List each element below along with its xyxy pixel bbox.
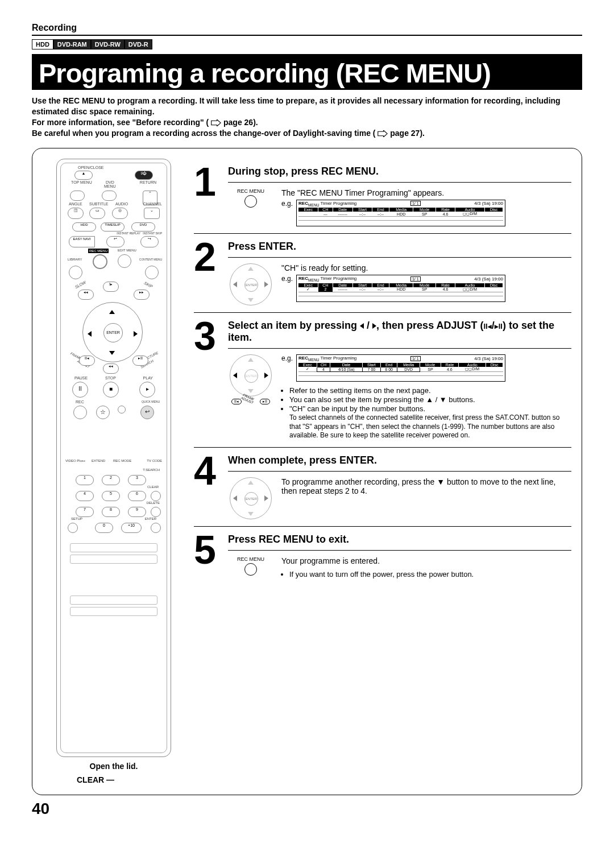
- step-number: 2: [194, 241, 220, 305]
- remote-setup-button: [68, 523, 78, 533]
- intro-line2b: page 26).: [223, 118, 258, 127]
- media-badges: HDD DVD-RAM DVD-RW DVD-R: [32, 39, 582, 49]
- remote-btn: [145, 266, 159, 279]
- remote-stop-button: ■: [103, 382, 119, 398]
- remote-panel: [70, 607, 157, 616]
- remote-hdd-button: HDD: [72, 222, 96, 232]
- remote-btn: ↪: [140, 236, 159, 247]
- step-number: 5: [194, 534, 220, 579]
- remote-label: DVDMENU: [104, 180, 116, 188]
- remote-label: QUICK MENU: [142, 400, 160, 403]
- badge-dvd-r: DVD-R: [125, 39, 152, 49]
- remote-num-7: 7: [76, 507, 94, 517]
- remote-btn: ▸▸: [134, 290, 150, 300]
- remote-clear-button: [151, 491, 161, 501]
- badge-hdd: HDD: [32, 39, 53, 49]
- remote-star-button: ☆: [96, 406, 110, 419]
- remote-btn: [118, 254, 131, 268]
- step-bullets: Refer to the setting items on the next p…: [281, 386, 571, 413]
- remote-btn: [69, 266, 82, 279]
- remote-open-close-button: ▲: [74, 171, 93, 180]
- remote-label: EXTEND: [92, 459, 105, 462]
- remote-plus10-button: +10: [121, 523, 142, 533]
- remote-num-3: 3: [128, 475, 146, 485]
- remote-easy-navi-button: EASY NAVI: [69, 236, 95, 247]
- rec-menu-button-icon: REC MENU: [228, 188, 273, 209]
- intro-line3b: page 27).: [390, 129, 425, 138]
- remote-rec-button: [73, 406, 87, 419]
- page-title-bar: Programing a recording (REC MENU): [32, 54, 582, 90]
- eg-label: e.g.: [281, 354, 293, 362]
- step-title: During stop, press REC MENU.: [228, 166, 571, 177]
- main-frame: OPEN/CLOSE ▲ I/⏻ TOP MENU DVDMENU RETURN…: [32, 148, 582, 795]
- step-4: 4 When complete, press ENTER. ENTER: [194, 448, 571, 527]
- remote-label: DELETE: [147, 501, 160, 505]
- step-5: 5 Press REC MENU to exit. REC MENU Your …: [194, 527, 571, 581]
- remote-label: REC MODE: [113, 459, 131, 462]
- clear-label: CLEAR —: [77, 775, 114, 784]
- remote-label: OPEN/CLOSE: [78, 166, 104, 170]
- page-title: Programing a recording (REC MENU): [39, 57, 575, 89]
- remote-dvd-button: DVD: [131, 222, 155, 232]
- step-number: 4: [194, 454, 220, 519]
- badge-dvd-ram: DVD-RAM: [53, 39, 91, 49]
- remote-nav-ring: ENTER: [82, 302, 143, 362]
- remote-label: INSTANT REPLAY: [117, 232, 140, 235]
- remote-btn: ⌄: [144, 208, 160, 219]
- remote-label: SKIP: [143, 280, 153, 288]
- remote-btn: ◎: [112, 208, 128, 219]
- page-ref-arrow-icon: [377, 130, 388, 137]
- step-title: Press ENTER.: [228, 241, 571, 253]
- eg-label: e.g.: [281, 200, 293, 208]
- remote-btn: ◂◂: [103, 363, 119, 374]
- triangle-down-icon: [109, 348, 115, 357]
- remote-num-2: 2: [102, 475, 120, 485]
- remote-panel: [70, 543, 157, 552]
- step-number: 1: [194, 166, 220, 227]
- remote-label: T.SEARCH: [143, 468, 160, 472]
- timer-programing-ui: RECMENU Timer Programing 1/ 1 4/3 (Sa) 1…: [296, 275, 505, 302]
- remote-illustration: OPEN/CLOSE ▲ I/⏻ TOP MENU DVDMENU RETURN…: [56, 159, 171, 757]
- remote-btn: I▸: [103, 282, 119, 292]
- step-title: Select an item by pressing / , then pres…: [228, 320, 571, 344]
- remote-label: SETUP: [71, 517, 82, 520]
- remote-btn: ◂◂: [78, 290, 94, 300]
- remote-num-1: 1: [76, 475, 94, 485]
- remote-rec-menu-button: [93, 254, 107, 269]
- remote-label: STOP: [105, 376, 116, 380]
- remote-label: TOP MENU: [71, 180, 92, 184]
- open-lid-label: Open the lid.: [90, 762, 138, 771]
- remote-btn: [102, 191, 117, 201]
- nav-pad-with-frame-icon: ENTER FRAMEADJUST II◂ ▸II: [228, 354, 273, 404]
- step-desc: "CH" is ready for setting.: [281, 263, 571, 272]
- bullet: Refer to the setting items on the next p…: [289, 386, 571, 395]
- step-title: Press REC MENU to exit.: [228, 534, 571, 545]
- remote-btn: ↩: [106, 236, 125, 247]
- remote-num-4: 4: [76, 491, 94, 501]
- remote-label: LIBRARY: [68, 258, 82, 261]
- remote-btn: [70, 191, 85, 201]
- remote-label: RETURN: [140, 180, 156, 184]
- remote-play-button: ▸: [139, 382, 155, 398]
- page-ref-arrow-icon: [211, 119, 221, 126]
- rec-menu-button-icon: REC MENU: [228, 556, 273, 577]
- step-number: 3: [194, 320, 220, 440]
- remote-label: CHANNEL: [143, 202, 162, 206]
- remote-power-button: I/⏻: [135, 171, 153, 180]
- page-number: 40: [32, 800, 582, 818]
- intro-line2a: For more information, see "Before record…: [32, 118, 209, 127]
- remote-label: CONTENT MENU: [139, 258, 162, 261]
- remote-enter-button: ENTER: [103, 323, 123, 342]
- remote-label: VIDEO Plus+: [65, 459, 86, 462]
- remote-column: OPEN/CLOSE ▲ I/⏻ TOP MENU DVDMENU RETURN…: [43, 159, 185, 784]
- timer-programing-ui: RECMENU Timer Programing 1/ 1 4/3 (Sa) 1…: [296, 354, 505, 382]
- remote-num-9: 9: [128, 507, 146, 517]
- icon-label: REC MENU: [228, 556, 273, 562]
- nav-pad-icon: ENTER: [228, 477, 273, 519]
- step-3: 3 Select an item by pressing / , then pr…: [194, 313, 571, 448]
- adjust-next-icon: ▸II: [495, 322, 503, 330]
- remote-delete-button: [151, 507, 161, 517]
- remote-rec-menu-label: REC MENU: [88, 249, 109, 253]
- eg-label: e.g.: [281, 275, 293, 283]
- adjust-prev-icon: II◂: [483, 322, 491, 330]
